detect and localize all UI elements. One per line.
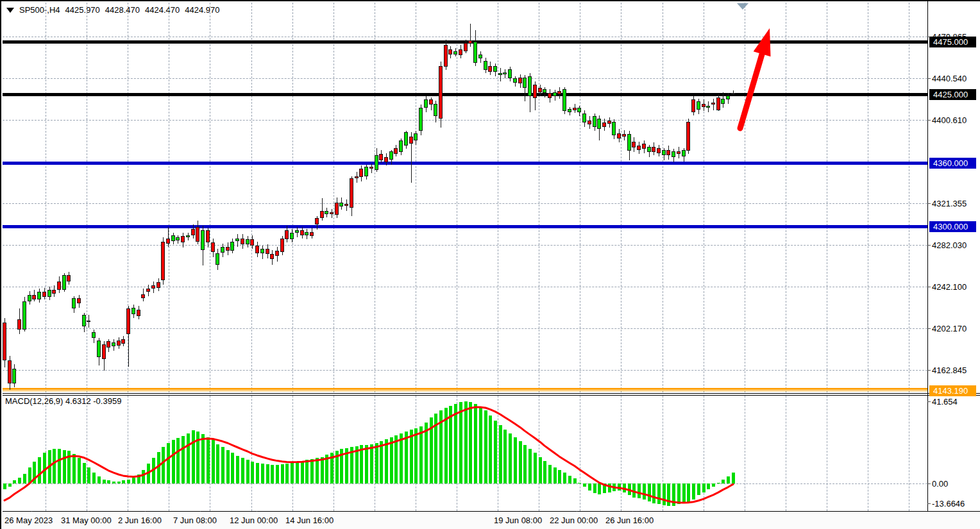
macd-histogram-bar [53, 449, 56, 483]
macd-histogram-bar [663, 483, 666, 505]
macd-histogram-bar [182, 436, 185, 483]
macd-histogram-bar [385, 439, 388, 483]
macd-histogram-bar [439, 410, 443, 483]
macd-histogram-bar [612, 483, 616, 491]
macd-histogram-bar [643, 483, 646, 500]
macd-histogram-bar [231, 453, 234, 483]
macd-histogram-bar [48, 450, 51, 483]
macd-histogram-bar [722, 480, 725, 483]
macd-histogram-bar [558, 470, 561, 484]
macd-histogram-bar [296, 462, 299, 483]
macd-histogram-bar [63, 450, 66, 483]
macd-histogram-bar [628, 483, 631, 495]
macd-histogram-bar [638, 483, 641, 498]
vertical-gridline [210, 396, 210, 511]
macd-histogram-bar [355, 446, 359, 483]
macd-tick-mark [927, 483, 931, 484]
macd-histogram-bar [444, 408, 448, 483]
macd-histogram-bar [618, 483, 621, 491]
macd-histogram-bar [92, 473, 96, 483]
macd-histogram-bar [583, 483, 586, 487]
macd-tick-mark [927, 503, 931, 504]
macd-histogram-bar [523, 445, 527, 483]
macd-histogram-bar [316, 458, 319, 483]
macd-histogram-bar [176, 438, 180, 483]
vertical-gridline [909, 396, 909, 511]
vertical-gridline [539, 396, 539, 511]
price-tick-mark [927, 203, 931, 204]
macd-histogram-bar [305, 460, 308, 483]
macd-histogram-bar [578, 483, 581, 484]
macd-histogram-bar [479, 407, 482, 483]
macd-histogram-bar [103, 480, 106, 483]
macd-histogram-bar [107, 480, 110, 483]
macd-histogram-bar [573, 478, 577, 483]
time-axis[interactable]: 26 May 202331 May 00:002 Jun 16:007 Jun … [1, 512, 980, 529]
macd-histogram-bar [503, 430, 507, 484]
macd-histogram-bar [261, 464, 264, 483]
price-tick-label: 4242.100 [932, 282, 967, 292]
macd-label: MACD(12,26,9) 4.6312 -0.3959 [5, 396, 121, 406]
macd-histogram-bar [539, 457, 542, 484]
macd-histogram-bar [405, 432, 408, 483]
macd-histogram-bar [18, 478, 21, 483]
macd-histogram-bar [499, 425, 502, 483]
macd-histogram-bar [410, 430, 413, 484]
price-tick-mark [927, 78, 931, 79]
macd-histogram-bar [588, 483, 591, 491]
macd-histogram-bar [256, 463, 259, 483]
macd-histogram-bar [593, 483, 596, 493]
vertical-gridline [334, 396, 334, 511]
macd-histogram-bar [469, 402, 472, 483]
macd-histogram-bar [266, 464, 269, 483]
macd-histogram-bar [553, 467, 557, 483]
macd-indicator-pane[interactable] [1, 1, 980, 529]
macd-histogram-bar [271, 465, 274, 483]
vertical-gridline [498, 396, 498, 511]
macd-histogram-bar [251, 462, 254, 483]
macd-histogram-bar [33, 462, 36, 483]
macd-histogram-bar [216, 444, 219, 484]
macd-histogram-bar [697, 483, 700, 495]
price-tick-mark [927, 287, 931, 287]
macd-histogram-bar [608, 483, 611, 492]
macd-histogram-bar [414, 428, 418, 483]
price-tick-mark [927, 245, 931, 246]
macd-histogram-bar [682, 483, 686, 503]
macd-histogram-bar [112, 482, 115, 483]
macd-histogram-bar [598, 483, 601, 494]
macd-tick-label: 0.00 [932, 479, 948, 489]
time-tick-label: 31 May 00:00 [61, 516, 112, 525]
macd-histogram-bar [687, 483, 690, 502]
vertical-gridline [251, 396, 252, 511]
macd-histogram-bar [8, 483, 12, 487]
macd-histogram-bar [43, 453, 46, 483]
macd-histogram-bar [484, 410, 487, 483]
macd-histogram-bar [285, 464, 289, 483]
macd-histogram-bar [434, 414, 437, 483]
macd-histogram-bar [147, 464, 150, 483]
macd-tick-label: -13.6646 [932, 499, 965, 508]
vertical-gridline [580, 396, 580, 511]
macd-histogram-bar [13, 480, 16, 483]
macd-histogram-bar [459, 402, 462, 483]
macd-histogram-bar [548, 465, 552, 483]
macd-histogram-bar [28, 467, 31, 483]
macd-histogram-bar [226, 450, 230, 483]
macd-histogram-bar [137, 474, 140, 483]
macd-histogram-bar [23, 474, 26, 483]
macd-histogram-bar [563, 473, 566, 483]
macd-histogram-bar [350, 447, 353, 483]
macd-histogram-bar [623, 483, 626, 492]
horizontal-gridline [3, 483, 927, 484]
time-tick-label: 7 Jun 08:00 [173, 516, 217, 525]
vertical-gridline [786, 396, 786, 511]
macd-histogram-bar [528, 449, 532, 483]
macd-histogram-bar [677, 483, 680, 504]
vertical-gridline [292, 396, 293, 511]
chart-window: SP500-,H4 4425.970 4428.470 4424.470 442… [0, 0, 980, 529]
macd-histogram-bar [167, 443, 170, 483]
macd-histogram-bar [212, 440, 215, 483]
macd-histogram-bar [122, 480, 125, 483]
price-line-label: 4300.000 [929, 221, 976, 232]
